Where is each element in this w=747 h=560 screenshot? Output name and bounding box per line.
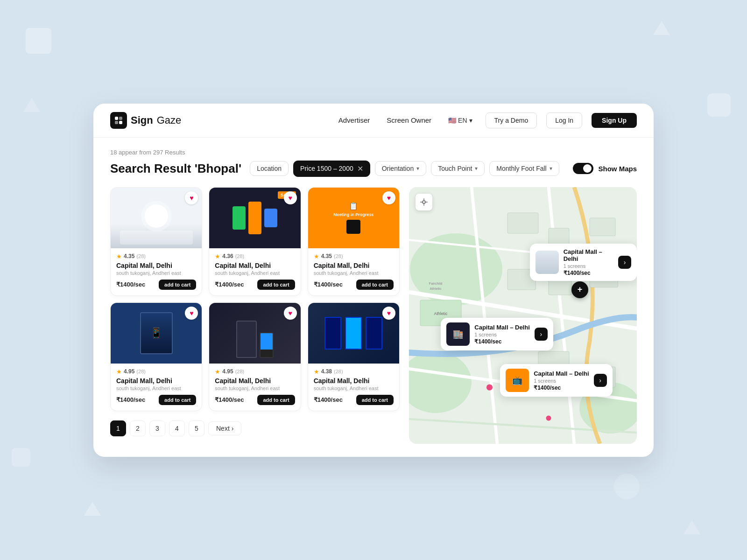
svg-point-28: [546, 415, 551, 420]
star-icon: ★: [116, 253, 122, 260]
page-3-button[interactable]: 3: [149, 420, 165, 436]
card-1-image: ♥: [111, 188, 202, 248]
location-label: Location: [257, 165, 282, 172]
language-selector[interactable]: 🇺🇸 EN ▾: [444, 115, 476, 126]
svg-rect-3: [119, 121, 122, 124]
card-4-image: 📱 ♥: [111, 303, 202, 364]
signup-button[interactable]: Sign Up: [592, 113, 637, 128]
card-4-add-cart-button[interactable]: add to cart: [159, 395, 196, 405]
card-6-add-cart-button[interactable]: add to cart: [356, 395, 394, 405]
rating-value-4: 4.95: [124, 368, 134, 375]
popup-3-arrow-button[interactable]: ›: [594, 374, 607, 387]
popup-2-info: Capital Mall – Delhi 1 screens ₹1400/sec: [474, 324, 529, 345]
popup-2-arrow-button[interactable]: ›: [535, 328, 548, 341]
filter-row: Search Result 'Bhopal' Location Price 15…: [110, 161, 637, 177]
card-5-location: south tukoganj, Andheri east: [215, 385, 295, 391]
popup-1-arrow-button[interactable]: ›: [618, 256, 631, 269]
rating-value-5: 4.95: [222, 368, 233, 375]
card-6-favorite-button[interactable]: ♥: [382, 307, 395, 320]
star-icon-4: ★: [116, 368, 122, 375]
show-maps-toggle[interactable]: [573, 163, 593, 174]
logo: SignGaze: [110, 112, 181, 129]
card-3-title: Capital Mall, Delhi: [314, 262, 394, 269]
star-icon-5: ★: [215, 368, 220, 375]
ad-card-5: ♥ ★ 4.95 (28) Capital Mall, Delhi south …: [209, 302, 301, 411]
nav-screen-owner-link[interactable]: Screen Owner: [383, 114, 435, 126]
card-5-add-cart-button[interactable]: add to cart: [257, 395, 295, 405]
card-3-add-cart-button[interactable]: add to cart: [356, 280, 394, 290]
card-2-add-cart-button[interactable]: add to cart: [257, 280, 295, 290]
logo-text-gaze: Gaze: [157, 114, 182, 126]
card-4-body: ★ 4.95 (28) Capital Mall, Delhi south tu…: [111, 364, 202, 411]
map-popup-2[interactable]: 🏬 Capital Mall – Delhi 1 screens ₹1400/s…: [441, 318, 553, 350]
orientation-chevron-icon: ▾: [416, 165, 419, 172]
price-filter[interactable]: Price 1500 – 2000 ✕: [293, 161, 370, 177]
logo-icon: [110, 112, 127, 129]
search-title: Search Result 'Bhopal': [110, 161, 241, 176]
card-3-favorite-button[interactable]: ♥: [382, 191, 395, 204]
rating-count: (28): [136, 253, 146, 259]
popup-2-screens: 1 screens: [474, 332, 529, 337]
card-1-favorite-button[interactable]: ♥: [185, 191, 198, 204]
footfall-chevron-icon: ▾: [550, 165, 552, 172]
popup-2-image: 🏬: [446, 322, 470, 346]
rating-count-5: (28): [235, 369, 245, 374]
page-1-button[interactable]: 1: [110, 420, 126, 436]
page-5-button[interactable]: 5: [189, 420, 204, 436]
price-close-icon[interactable]: ✕: [357, 164, 363, 173]
page-4-button[interactable]: 4: [169, 420, 185, 436]
title-prefix: Search Result: [110, 161, 191, 175]
popup-3-info: Capital Mall – Delhi 1 screens ₹1400/sec: [534, 370, 589, 391]
page-2-button[interactable]: 2: [130, 420, 146, 436]
svg-rect-18: [549, 280, 572, 295]
map-container: Athletic Fairchild Athletic LN Gross: [409, 187, 637, 444]
price-label: Price 1500 – 2000: [300, 165, 353, 172]
orientation-filter[interactable]: Orientation ▾: [375, 161, 426, 176]
content: 18 appear from 297 Results Search Result…: [93, 138, 654, 457]
geolocate-button[interactable]: [416, 194, 432, 210]
nav: Advertiser: [335, 116, 374, 125]
card-6-title: Capital Mall, Delhi: [314, 377, 394, 385]
card-1-location: south tukoganj, Andheri east: [116, 270, 196, 276]
card-1-title: Capital Mall, Delhi: [116, 262, 196, 269]
touchpoint-filter[interactable]: Touch Point ▾: [431, 161, 485, 176]
card-4-rating: ★ 4.95 (28): [116, 368, 196, 375]
footfall-filter[interactable]: Monthly Foot Fall ▾: [489, 161, 559, 176]
nav-advertiser[interactable]: Advertiser: [335, 114, 374, 126]
rating-count-4: (28): [136, 369, 146, 374]
card-1-footer: ₹1400/sec add to cart: [116, 280, 196, 290]
map-pin-1[interactable]: +: [571, 281, 588, 298]
card-1-body: ★ 4.35 (28) Capital Mall, Delhi south tu…: [111, 248, 202, 295]
card-5-favorite-button[interactable]: ♥: [284, 307, 297, 320]
svg-text:Athletic: Athletic: [430, 287, 441, 291]
orientation-label: Orientation: [382, 165, 414, 172]
logo-text-sign: Sign: [131, 114, 153, 126]
map-popup-1[interactable]: Capital Mall – Delhi 1 screens ₹1400/sec…: [530, 244, 637, 281]
next-button[interactable]: Next ›: [208, 421, 241, 435]
card-4-title: Capital Mall, Delhi: [116, 377, 196, 385]
svg-text:Fairchild: Fairchild: [429, 281, 442, 286]
login-button[interactable]: Log In: [546, 112, 582, 128]
card-4-favorite-button[interactable]: ♥: [185, 307, 198, 320]
location-filter[interactable]: Location: [250, 161, 289, 176]
map-popup-3[interactable]: 📺 Capital Mall – Delhi 1 screens ₹1400/s…: [500, 364, 612, 397]
svg-point-27: [486, 384, 493, 390]
popup-1-name: Capital Mall – Delhi: [564, 248, 613, 262]
results-text: 18 appear from 297 Results: [110, 149, 637, 156]
try-demo-button[interactable]: Try a Demo: [486, 112, 537, 128]
svg-point-29: [423, 201, 425, 203]
card-5-title: Capital Mall, Delhi: [215, 377, 295, 385]
flag-icon: 🇺🇸: [448, 117, 456, 124]
card-6-price: ₹1400/sec: [314, 396, 343, 403]
card-3-body: ★ 4.35 (28) Capital Mall, Delhi south tu…: [308, 248, 399, 295]
cards-section: ♥ ★ 4.35 (28) Capital Mall, Delhi south …: [110, 187, 400, 444]
card-3-price: ₹1400/sec: [314, 281, 343, 288]
card-5-footer: ₹1400/sec add to cart: [215, 395, 295, 405]
card-3-location: south tukoganj, Andheri east: [314, 270, 394, 276]
card-grid: ♥ ★ 4.35 (28) Capital Mall, Delhi south …: [110, 187, 400, 411]
card-2-favorite-button[interactable]: ♥: [284, 191, 297, 204]
card-6-body: ★ 4.38 (28) Capital Mall, Delhi south tu…: [308, 364, 399, 411]
ad-card-4: 📱 ♥ ★ 4.95 (28) Capital Mall, Delhi: [110, 302, 202, 411]
card-1-add-cart-button[interactable]: add to cart: [159, 280, 196, 290]
header: SignGaze Advertiser Screen Owner 🇺🇸 EN ▾…: [93, 104, 654, 138]
